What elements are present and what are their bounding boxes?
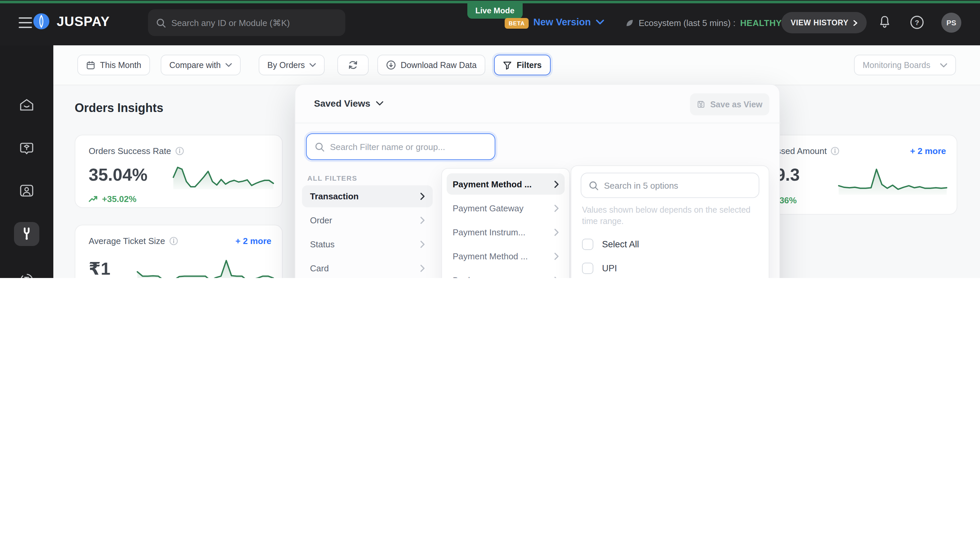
sidebar-item-customers[interactable] — [19, 183, 35, 199]
options-panel: Values shown below depends on the select… — [571, 165, 769, 278]
filter-search[interactable] — [306, 133, 495, 160]
chevron-right-icon — [420, 265, 425, 272]
svg-text:?: ? — [915, 19, 919, 26]
monitoring-boards-dropdown[interactable]: Monitoring Boards — [854, 55, 956, 75]
chevron-right-icon — [420, 193, 425, 200]
juspay-logo-icon — [32, 12, 51, 31]
sidebar-item-refunds[interactable] — [19, 272, 35, 278]
more-metrics-link[interactable]: + 2 more — [235, 236, 271, 246]
processed-amount-sparkline — [838, 165, 947, 196]
top-bar: JUSPAY Live Mode BETA New Version Ecosys… — [0, 0, 980, 45]
success-rate-sparkline — [173, 163, 274, 190]
average-ticket-size-card: Average Ticket Size + 2 more ₹1 0% — [75, 225, 283, 278]
filter-group-status[interactable]: Status — [302, 233, 433, 255]
modal-divider — [295, 123, 781, 123]
date-range-button[interactable]: This Month — [77, 55, 150, 75]
sidebar-item-home[interactable] — [19, 97, 35, 113]
calendar-icon — [86, 60, 95, 70]
sidebar-nav — [0, 45, 53, 278]
chevron-right-icon — [420, 217, 425, 224]
filter-group-order[interactable]: Order — [302, 209, 433, 231]
search-icon — [156, 18, 166, 27]
refresh-button[interactable] — [337, 55, 369, 75]
checkbox[interactable] — [582, 263, 593, 274]
save-as-view-button[interactable]: Save as View — [690, 93, 769, 115]
info-icon[interactable] — [175, 147, 184, 155]
package-chat-icon — [19, 141, 35, 157]
ecosystem-health: HEALTHY — [740, 18, 781, 28]
global-search-input[interactable] — [171, 18, 337, 27]
chevron-right-icon — [554, 180, 559, 187]
options-search[interactable] — [581, 173, 759, 198]
saved-views-dropdown[interactable]: Saved Views — [314, 98, 383, 109]
brand-logo: JUSPAY — [32, 12, 110, 31]
download-raw-data-button[interactable]: Download Raw Data — [377, 55, 485, 75]
chevron-right-icon — [554, 252, 559, 260]
version-switcher[interactable]: New Version — [533, 17, 604, 27]
orders-success-rate-card: Orders Success Rate 35.04% +35.02% — [75, 135, 283, 208]
chevron-down-icon — [376, 101, 383, 106]
filters-button[interactable]: Filters — [494, 55, 551, 75]
chevron-down-icon — [596, 19, 604, 25]
notifications-bell-icon[interactable] — [877, 15, 893, 31]
user-avatar[interactable]: PS — [941, 13, 961, 33]
app-window: JUSPAY Live Mode BETA New Version Ecosys… — [0, 0, 980, 278]
sidebar-item-analytics[interactable] — [19, 226, 35, 242]
by-orders-dropdown[interactable]: By Orders — [259, 55, 325, 75]
chevron-down-icon — [225, 63, 232, 67]
search-icon — [315, 142, 325, 152]
rupee-refresh-icon — [19, 272, 35, 278]
chevron-right-icon — [554, 228, 559, 236]
view-history-button[interactable]: VIEW HISTORY — [781, 12, 866, 33]
chevron-right-icon — [554, 276, 559, 278]
filter-group-transaction[interactable]: Transaction — [302, 185, 433, 207]
leaf-icon — [625, 19, 634, 27]
user-card-icon — [19, 183, 35, 199]
ecosystem-label: Ecosystem (last 5 mins) : — [639, 18, 735, 28]
filter-groups-list: Transaction Order Status Card EMI UDF Ot… — [302, 185, 433, 278]
filter-funnel-icon — [503, 60, 512, 70]
chevron-right-icon — [420, 241, 425, 248]
sidebar-item-orders[interactable] — [19, 141, 35, 157]
hamburger-menu-icon[interactable] — [19, 17, 32, 28]
transaction-submenu-panel: Payment Method ... Payment Gateway Payme… — [441, 168, 570, 278]
ticket-size-sparkline — [137, 256, 274, 278]
card-title: Orders Success Rate — [89, 146, 171, 156]
submenu-payment-method-2[interactable]: Payment Method ... — [447, 245, 565, 267]
brand-name: JUSPAY — [57, 14, 110, 29]
filter-search-input[interactable] — [330, 142, 487, 152]
filters-modal: Saved Views Save as View ALL FILTERS Tra… — [295, 84, 780, 278]
kpi-value: 35.04% — [89, 165, 147, 185]
option-select-all[interactable]: Select All — [572, 233, 769, 256]
chevron-right-icon — [853, 20, 857, 26]
ecosystem-status: Ecosystem (last 5 mins) : HEALTHY — [625, 18, 781, 28]
home-icon — [19, 97, 35, 113]
chevron-down-icon — [310, 63, 316, 67]
submenu-payment-method[interactable]: Payment Method ... — [447, 173, 565, 195]
save-icon — [697, 100, 706, 109]
orders-insights-title: Orders Insights — [75, 101, 163, 115]
option-upi[interactable]: UPI — [572, 257, 769, 278]
trend-up-icon — [89, 196, 98, 203]
kpi-delta: +35.02% — [102, 194, 136, 204]
kpi-value: ₹1 — [89, 259, 110, 278]
global-search[interactable] — [148, 9, 346, 36]
checkbox[interactable] — [582, 239, 593, 250]
search-icon — [589, 180, 599, 190]
all-filters-label: ALL FILTERS — [307, 174, 357, 182]
options-helper-text: Values shown below depends on the select… — [582, 205, 754, 227]
submenu-bank[interactable]: Bank — [447, 269, 565, 278]
submenu-payment-instrument[interactable]: Payment Instrum... — [447, 221, 565, 242]
info-icon[interactable] — [169, 237, 178, 245]
options-search-input[interactable] — [604, 180, 751, 190]
filter-group-card[interactable]: Card — [302, 257, 433, 278]
info-icon[interactable] — [831, 147, 840, 155]
compare-with-dropdown[interactable]: Compare with — [161, 55, 241, 75]
chevron-right-icon — [554, 204, 559, 212]
refresh-icon — [348, 60, 358, 70]
more-metrics-link[interactable]: + 2 more — [910, 146, 946, 156]
card-title: Average Ticket Size — [89, 236, 165, 246]
submenu-payment-gateway[interactable]: Payment Gateway — [447, 197, 565, 219]
chevron-down-icon — [940, 62, 947, 68]
help-icon[interactable]: ? — [909, 15, 925, 31]
